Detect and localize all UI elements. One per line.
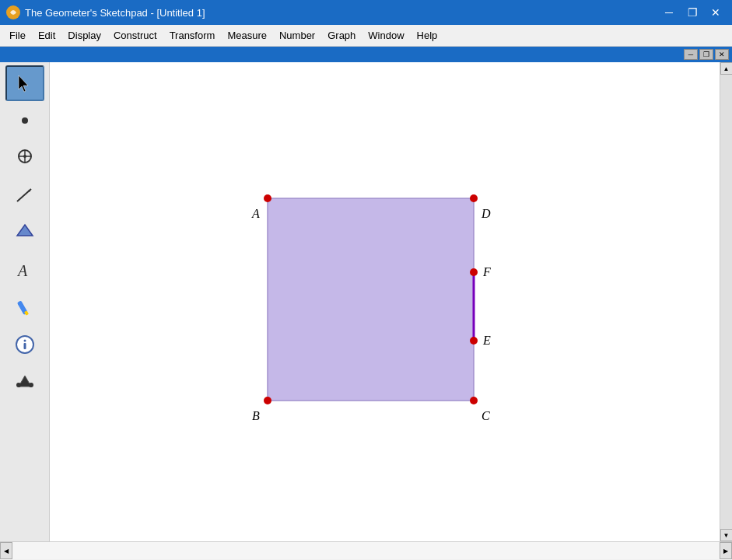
menu-file[interactable]: File bbox=[3, 28, 32, 43]
menu-graph[interactable]: Graph bbox=[321, 28, 362, 43]
titlebar-left: The Geometer's Sketchpad - [Untitled 1] bbox=[6, 5, 205, 19]
point-e[interactable] bbox=[470, 337, 478, 345]
titlebar: The Geometer's Sketchpad - [Untitled 1] … bbox=[0, 0, 732, 25]
point-d[interactable] bbox=[470, 194, 478, 202]
close-button[interactable]: ✕ bbox=[706, 4, 726, 21]
canvas-area[interactable]: A D B C F E bbox=[50, 62, 720, 541]
label-c: C bbox=[482, 409, 490, 422]
point-b[interactable] bbox=[264, 397, 271, 404]
titlebar-controls: ─ ❐ ✕ bbox=[659, 4, 726, 21]
point-c[interactable] bbox=[470, 397, 478, 404]
custom-tool-button[interactable] bbox=[5, 364, 44, 400]
main-area: A bbox=[0, 62, 732, 541]
text-tool-button[interactable]: A bbox=[5, 252, 44, 288]
label-a: A bbox=[251, 207, 260, 220]
line-tool-button[interactable] bbox=[5, 177, 44, 213]
compass-tool-button[interactable] bbox=[5, 140, 44, 176]
scroll-down-arrow[interactable]: ▼ bbox=[720, 529, 733, 541]
svg-point-7 bbox=[23, 155, 26, 158]
canvas-svg: A D B C F E bbox=[50, 62, 720, 541]
scroll-left-arrow[interactable]: ◀ bbox=[0, 542, 12, 559]
app-icon bbox=[6, 5, 20, 19]
point-tool-button[interactable] bbox=[5, 103, 44, 138]
polygon-tool-button[interactable] bbox=[5, 215, 44, 250]
bottom-scrollbar-area: ◀ ▶ bbox=[0, 541, 732, 558]
minimize-button[interactable]: ─ bbox=[659, 4, 679, 21]
restore-button[interactable]: ❐ bbox=[682, 4, 702, 21]
label-d: D bbox=[481, 207, 491, 220]
info-tool-button[interactable] bbox=[5, 327, 44, 362]
menu-display[interactable]: Display bbox=[61, 28, 107, 43]
horizontal-scrollbar[interactable]: ◀ ▶ bbox=[0, 542, 732, 559]
svg-point-3 bbox=[22, 117, 28, 124]
svg-rect-16 bbox=[23, 343, 26, 349]
menu-transform[interactable]: Transform bbox=[163, 28, 222, 43]
subwindow-minimize[interactable]: ─ bbox=[684, 49, 698, 60]
svg-marker-10 bbox=[17, 225, 33, 236]
label-b: B bbox=[252, 409, 260, 422]
svg-marker-1 bbox=[19, 75, 28, 92]
label-e: E bbox=[482, 334, 491, 347]
subwindow-restore[interactable]: ❐ bbox=[699, 49, 713, 60]
point-a[interactable] bbox=[264, 194, 271, 202]
menu-help[interactable]: Help bbox=[411, 28, 444, 43]
menu-edit[interactable]: Edit bbox=[32, 28, 61, 43]
subwindow-titlebar: ─ ❐ ✕ bbox=[0, 47, 732, 62]
scroll-track-vertical[interactable] bbox=[720, 75, 733, 529]
menu-number[interactable]: Number bbox=[273, 28, 321, 43]
menu-construct[interactable]: Construct bbox=[107, 28, 163, 43]
toolbar: A bbox=[0, 62, 50, 541]
svg-point-18 bbox=[29, 383, 33, 387]
scrollbar-right[interactable]: ▲ ▼ bbox=[720, 62, 732, 541]
scroll-up-arrow[interactable]: ▲ bbox=[720, 62, 733, 75]
scroll-track-horizontal[interactable] bbox=[12, 542, 720, 559]
subwindow-close[interactable]: ✕ bbox=[715, 49, 729, 60]
select-tool-button[interactable] bbox=[5, 65, 44, 101]
marker-tool-button[interactable] bbox=[5, 289, 44, 325]
quadrilateral-abcd[interactable] bbox=[268, 198, 474, 401]
scroll-right-arrow[interactable]: ▶ bbox=[720, 542, 732, 559]
menu-window[interactable]: Window bbox=[362, 28, 410, 43]
titlebar-title: The Geometer's Sketchpad - [Untitled 1] bbox=[25, 7, 205, 19]
label-f: F bbox=[482, 265, 491, 278]
svg-point-19 bbox=[16, 383, 21, 387]
menu-measure[interactable]: Measure bbox=[221, 28, 273, 43]
menubar: File Edit Display Construct Transform Me… bbox=[0, 25, 732, 47]
svg-text:A: A bbox=[16, 262, 28, 279]
point-f[interactable] bbox=[470, 268, 478, 276]
svg-point-15 bbox=[23, 340, 26, 342]
